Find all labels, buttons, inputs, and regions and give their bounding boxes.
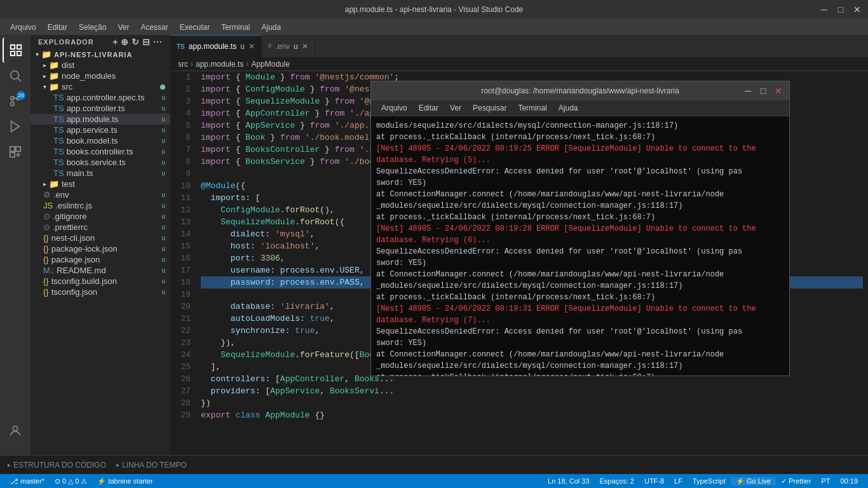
menu-ver[interactable]: Ver	[112, 22, 134, 33]
status-lang-pt[interactable]: PT	[816, 477, 835, 485]
terminal-content[interactable]: modules/sequelize/src/dialects/mysql/con…	[371, 116, 789, 376]
breadcrumb-src[interactable]: src	[178, 60, 188, 69]
term-menu-ver[interactable]: Ver	[445, 102, 466, 114]
tree-app-service[interactable]: TS app.service.ts u	[31, 125, 170, 135]
term-line: at process._tickCallback (internal/proce…	[376, 292, 784, 303]
status-eol[interactable]: LF	[669, 477, 688, 485]
terminal-maximize[interactable]: □	[757, 85, 769, 97]
terminal-minimize[interactable]: ─	[742, 85, 754, 97]
sidebar-icons: + ⊕ ↻ ⊟ ···	[112, 37, 163, 47]
status-line-col[interactable]: Ln 18, Col 33	[543, 477, 594, 485]
tree-book-model[interactable]: TS book.model.ts u	[31, 135, 170, 146]
status-spaces[interactable]: Espaços: 2	[595, 477, 639, 485]
tree-test[interactable]: ▸ 📁 test	[31, 179, 170, 189]
svg-point-0	[11, 71, 19, 79]
tab-bar: TS app.module.ts u ✕ # .env u ✕	[170, 35, 868, 57]
maximize-button[interactable]: □	[835, 4, 846, 15]
breadcrumb: src › app.module.ts › AppModule	[170, 57, 868, 71]
menu-selecao[interactable]: Seleção	[74, 22, 111, 33]
term-line: _modules/sequelize/src/dialects/mysql/co…	[376, 200, 784, 212]
activity-git[interactable]: 26	[3, 88, 28, 114]
timeline-section[interactable]: ▸ LINHA DO TEMPO	[116, 461, 187, 470]
activity-account[interactable]	[3, 418, 28, 444]
term-line: [Nest] 48905 - 24/06/2022 00:19:25 ERROR…	[376, 143, 784, 166]
menu-terminal[interactable]: Terminal	[216, 22, 255, 33]
timeline-label[interactable]: LINHA DO TEMPO	[122, 461, 187, 470]
terminal-close[interactable]: ✕	[773, 85, 784, 97]
status-branch[interactable]: ⎇ master*	[5, 477, 50, 485]
status-errors[interactable]: ⊙ 0 △ 0 ⚠	[50, 477, 92, 485]
tab-close-env[interactable]: ✕	[302, 42, 308, 51]
menu-editar[interactable]: Editar	[43, 22, 72, 33]
svg-point-3	[11, 102, 15, 106]
term-line: sword: YES)	[376, 337, 784, 349]
term-line: [Nest] 48905 - 24/06/2022 00:19:31 ERROR…	[376, 303, 784, 326]
activity-search[interactable]	[3, 63, 28, 88]
activity-debug[interactable]	[3, 114, 28, 139]
status-tabnine[interactable]: ⚡ tabnine starter	[92, 477, 158, 485]
close-button[interactable]: ✕	[851, 4, 863, 15]
term-menu-editar[interactable]: Editar	[414, 102, 444, 114]
tree-env[interactable]: ⚙ .env u	[31, 189, 170, 200]
menu-acessar[interactable]: Acessar	[135, 22, 173, 33]
tree-eslintrc[interactable]: JS .eslintrc.js u	[31, 200, 170, 211]
status-language[interactable]: TypeScript	[688, 477, 731, 485]
svg-point-9	[13, 426, 17, 431]
new-file-icon[interactable]: +	[112, 37, 118, 47]
menu-arquivo[interactable]: Arquivo	[5, 22, 41, 33]
tab-app-module[interactable]: TS app.module.ts u ✕	[170, 35, 262, 57]
tab-env[interactable]: # .env u ✕	[262, 35, 315, 57]
tree-src[interactable]: ▾ 📁 src	[31, 81, 170, 92]
menu-executar[interactable]: Executar	[175, 22, 215, 33]
tab-close-app-module[interactable]: ✕	[248, 42, 255, 51]
tree-app-controller-spec[interactable]: TS app.controller.spec.ts u	[31, 92, 170, 103]
refresh-icon[interactable]: ↻	[132, 37, 140, 47]
breadcrumb-file[interactable]: app.module.ts	[196, 60, 243, 69]
terminal-menu: Arquivo Editar Ver Pesquisar Terminal Aj…	[371, 100, 789, 116]
tree-nest-cli[interactable]: {} nest-cli.json u	[31, 233, 170, 243]
tree-tsconfig-build[interactable]: {} tsconfig.build.json u	[31, 276, 170, 287]
status-prettier[interactable]: ✓ Prettier	[776, 477, 817, 485]
branch-name: master*	[20, 477, 44, 485]
window-controls: ─ □ ✕	[818, 4, 863, 15]
term-line: SequelizeAccessDeniedError: Access denie…	[376, 166, 784, 177]
term-menu-ajuda[interactable]: Ajuda	[553, 102, 583, 114]
line-numbers: 12345 678910 1112131415 1617181920 21222…	[170, 71, 196, 474]
more-icon[interactable]: ···	[153, 37, 163, 47]
term-line: SequelizeAccessDeniedError: Access denie…	[376, 246, 784, 257]
new-folder-icon[interactable]: ⊕	[121, 37, 129, 47]
tree-dist[interactable]: ▸ 📁 dist	[31, 60, 170, 71]
status-encoding[interactable]: UTF-8	[639, 477, 669, 485]
terminal-controls: ─ □ ✕	[742, 85, 784, 97]
activity-extensions[interactable]	[3, 139, 28, 165]
tree-gitignore[interactable]: ⊙ .gitignore u	[31, 211, 170, 222]
tree-readme[interactable]: M↓ README.md u	[31, 265, 170, 276]
tree-tsconfig[interactable]: {} tsconfig.json u	[31, 287, 170, 297]
tree-node-modules[interactable]: ▸ 📁 node_modules	[31, 71, 170, 81]
breadcrumb-class[interactable]: AppModule	[251, 60, 290, 69]
tree-books-service[interactable]: TS books.service.ts u	[31, 157, 170, 168]
term-menu-arquivo[interactable]: Arquivo	[376, 102, 412, 114]
tree-books-controller[interactable]: TS books.controller.ts u	[31, 146, 170, 157]
activity-explorer[interactable]	[3, 37, 28, 63]
tree-app-controller[interactable]: TS app.controller.ts u	[31, 103, 170, 114]
terminal-title-bar: root@douglas: /home/mariandouglas/www/ap…	[371, 81, 789, 100]
tree-root[interactable]: ▾ 📁 API-NEST-LIVRARIA	[31, 49, 170, 60]
collapse-icon[interactable]: ⊟	[142, 37, 151, 47]
terminal-title: root@douglas: /home/mariandouglas/www/ap…	[481, 86, 679, 95]
tree-package-lock[interactable]: {} package-lock.json u	[31, 243, 170, 254]
tree-app-module[interactable]: TS app.module.ts u	[31, 114, 170, 125]
term-menu-terminal[interactable]: Terminal	[513, 102, 552, 114]
term-menu-pesquisar[interactable]: Pesquisar	[468, 102, 512, 114]
status-time[interactable]: 00:19	[835, 477, 863, 485]
term-line: at process._tickCallback (internal/proce…	[376, 212, 784, 223]
minimize-button[interactable]: ─	[818, 4, 830, 15]
term-line: sword: YES)	[376, 257, 784, 269]
tree-main[interactable]: TS main.ts u	[31, 168, 170, 179]
code-structure-label[interactable]: ESTRUTURA DO CÓDIGO	[13, 461, 106, 470]
tree-prettierrc[interactable]: ⊙ .prettierrc u	[31, 222, 170, 233]
menu-ajuda[interactable]: Ajuda	[257, 22, 287, 33]
code-structure-section[interactable]: ▸ ESTRUTURA DO CÓDIGO	[8, 461, 106, 470]
status-go-live[interactable]: ⚡ Go Live	[731, 477, 776, 485]
tree-package[interactable]: {} package.json u	[31, 254, 170, 265]
